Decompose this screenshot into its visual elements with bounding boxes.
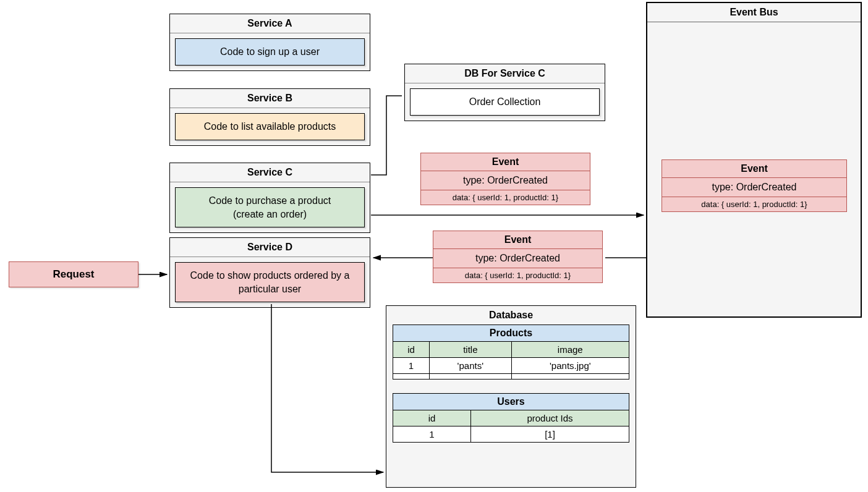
service-b: Service B Code to list available product… [169, 88, 370, 146]
event-top-type: type: OrderCreated [421, 171, 590, 190]
products-col-0: id [393, 342, 430, 358]
products-table-name: Products [393, 325, 629, 342]
event-bottom-type: type: OrderCreated [433, 249, 602, 268]
event-top: Event type: OrderCreated data: { userId:… [420, 153, 590, 205]
products-col-2: image [511, 342, 629, 358]
service-d-title: Service D [170, 238, 370, 257]
event-bottom-data: data: { userId: 1, productId: 1} [433, 268, 602, 282]
service-d: Service D Code to show products ordered … [169, 237, 370, 308]
event-top-data: data: { userId: 1, productId: 1} [421, 190, 590, 205]
event-bus-event-title: Event [662, 160, 846, 178]
event-bus-title: Event Bus [647, 3, 861, 22]
db-for-service-c: DB For Service C Order Collection [404, 64, 605, 121]
request-box: Request [9, 261, 138, 287]
service-d-desc: Code to show products ordered by a parti… [175, 262, 365, 302]
service-c-desc: Code to purchase a product (create an or… [175, 187, 365, 227]
service-b-desc: Code to list available products [175, 113, 365, 140]
users-table: Users id product Ids 1 [1] [393, 393, 629, 443]
service-a-desc: Code to sign up a user [175, 38, 365, 66]
users-table-name: Users [393, 394, 629, 410]
service-c: Service C Code to purchase a product (cr… [169, 163, 370, 233]
event-top-title: Event [421, 153, 590, 171]
service-c-title: Service C [170, 163, 370, 182]
db-for-service-c-title: DB For Service C [405, 64, 605, 83]
database: Database Products id title image 1 'pant… [386, 305, 636, 488]
service-a-title: Service A [170, 14, 370, 33]
database-title: Database [386, 306, 636, 324]
service-a: Service A Code to sign up a user [169, 14, 370, 71]
users-col-1: product Ids [471, 410, 629, 426]
event-bottom-title: Event [433, 231, 602, 249]
users-col-0: id [393, 410, 471, 426]
order-collection: Order Collection [410, 88, 600, 116]
event-bus-event-data: data: { userId: 1, productId: 1} [662, 197, 846, 211]
arrow-service-d-to-users-table [271, 304, 383, 472]
products-table: Products id title image 1 'pants' 'pants… [393, 324, 629, 380]
event-bus-event-type: type: OrderCreated [662, 178, 846, 197]
request-label: Request [53, 268, 94, 280]
service-b-title: Service B [170, 89, 370, 108]
connector-service-c-to-db [371, 96, 402, 175]
event-bus-event: Event type: OrderCreated data: { userId:… [662, 159, 847, 212]
products-col-1: title [430, 342, 512, 358]
event-bottom: Event type: OrderCreated data: { userId:… [433, 231, 603, 283]
